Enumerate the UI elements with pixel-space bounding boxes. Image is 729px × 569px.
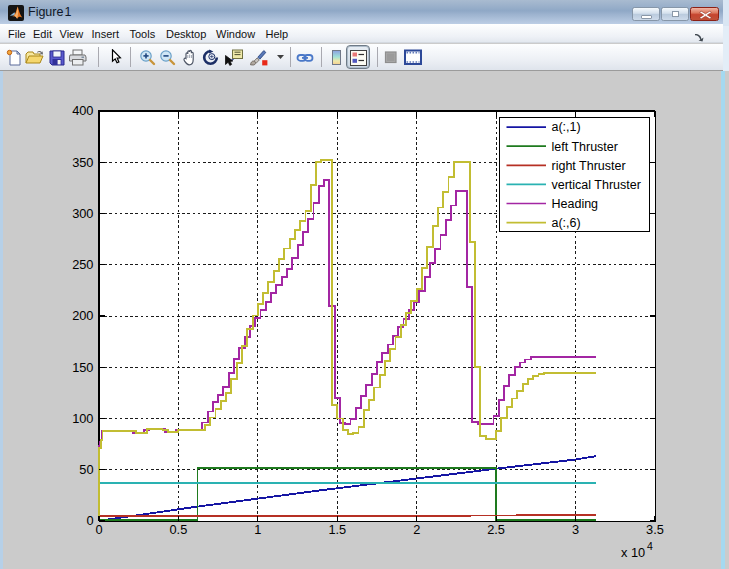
svg-text:1: 1 (254, 522, 261, 537)
svg-text:250: 250 (72, 257, 93, 272)
svg-text:2: 2 (413, 522, 420, 537)
svg-text:350: 350 (72, 155, 93, 170)
svg-text:0: 0 (95, 522, 102, 537)
svg-text:1.5: 1.5 (328, 522, 346, 537)
svg-text:400: 400 (72, 103, 93, 118)
svg-text:a(:,6): a(:,6) (552, 216, 581, 230)
svg-text:4: 4 (647, 540, 653, 552)
svg-text:150: 150 (72, 360, 93, 375)
svg-text:3: 3 (572, 522, 579, 537)
svg-text:Heading: Heading (552, 197, 599, 211)
svg-text:50: 50 (79, 462, 93, 477)
svg-text:300: 300 (72, 206, 93, 221)
svg-text:100: 100 (72, 411, 93, 426)
svg-text:left Thruster: left Thruster (552, 140, 618, 154)
svg-text:a(:,1): a(:,1) (552, 120, 581, 134)
svg-text:x 10: x 10 (621, 545, 645, 560)
svg-text:200: 200 (72, 308, 93, 323)
svg-text:0.5: 0.5 (170, 522, 188, 537)
svg-text:2.5: 2.5 (487, 522, 505, 537)
svg-text:3.5: 3.5 (646, 522, 664, 537)
svg-text:0: 0 (86, 513, 93, 528)
svg-text:vertical Thruster: vertical Thruster (552, 178, 641, 192)
svg-text:right Thruster: right Thruster (552, 159, 626, 173)
